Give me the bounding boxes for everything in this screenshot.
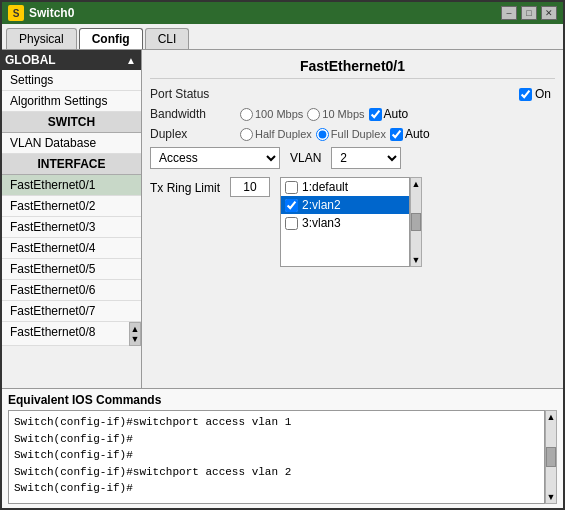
sidebar-item-settings[interactable]: Settings <box>2 70 141 91</box>
sidebar-item-fe07[interactable]: FastEthernet0/7 <box>2 301 141 322</box>
tab-physical[interactable]: Physical <box>6 28 77 49</box>
tab-config[interactable]: Config <box>79 28 143 49</box>
duplex-label: Duplex <box>150 127 240 141</box>
vlan-select[interactable]: 2 <box>331 147 401 169</box>
duplex-auto-group: Auto <box>390 127 430 141</box>
switch-header: SWITCH <box>2 112 141 133</box>
sidebar-scroll-up[interactable]: ▲ <box>124 55 138 66</box>
bandwidth-auto-checkbox[interactable] <box>369 108 382 121</box>
vlan-list-wrapper: 1:default 2:vlan2 3:vlan3 ▲ <box>280 177 422 267</box>
app-icon: S <box>8 5 24 21</box>
port-status-row: Port Status On <box>150 87 555 101</box>
ios-scrollbar[interactable]: ▲ ▼ <box>545 410 557 504</box>
tab-bar: Physical Config CLI <box>2 24 563 50</box>
sidebar-item-algorithm[interactable]: Algorithm Settings <box>2 91 141 112</box>
tx-input[interactable] <box>230 177 270 197</box>
sidebar-item-fe05[interactable]: FastEthernet0/5 <box>2 259 141 280</box>
port-status-on: On <box>535 87 551 101</box>
bandwidth-label: Bandwidth <box>150 107 240 121</box>
vlan-item-1[interactable]: 1:default <box>281 178 409 196</box>
interface-mode-row: Access VLAN 2 <box>150 147 555 169</box>
bandwidth-row: Bandwidth 100 Mbps 10 Mbps Auto <box>150 107 555 121</box>
sidebar-item-fe01[interactable]: FastEthernet0/1 <box>2 175 141 196</box>
minimize-button[interactable]: – <box>501 6 517 20</box>
tx-label: Tx Ring Limit <box>150 177 220 195</box>
vlan-list-scrollbar[interactable]: ▲ ▼ <box>410 177 422 267</box>
vlan-scrollbar-thumb <box>411 213 421 231</box>
vlan-item-2[interactable]: 2:vlan2 <box>281 196 409 214</box>
duplex-half-label: Half Duplex <box>240 128 312 141</box>
main-content: GLOBAL ▲ Settings Algorithm Settings SWI… <box>2 50 563 388</box>
close-button[interactable]: ✕ <box>541 6 557 20</box>
sidebar-item-fe04[interactable]: FastEthernet0/4 <box>2 238 141 259</box>
bandwidth-auto-group: Auto <box>369 107 409 121</box>
main-window: S Switch0 – □ ✕ Physical Config CLI GLOB… <box>0 0 565 510</box>
interface-mode-select[interactable]: Access <box>150 147 280 169</box>
ios-line-5: Switch(config-if)# <box>14 480 539 497</box>
vlan-1-checkbox[interactable] <box>285 181 298 194</box>
ios-scrollbar-thumb <box>546 447 556 467</box>
sidebar: GLOBAL ▲ Settings Algorithm Settings SWI… <box>2 50 142 388</box>
ios-section: Equivalent IOS Commands Switch(config-if… <box>2 388 563 508</box>
port-status-checkbox[interactable] <box>519 88 532 101</box>
panel-title: FastEthernet0/1 <box>150 58 555 79</box>
duplex-options: Half Duplex Full Duplex Auto <box>240 127 555 141</box>
title-controls: – □ ✕ <box>501 6 557 20</box>
vlan-list: 1:default 2:vlan2 3:vlan3 <box>280 177 410 267</box>
title-bar: S Switch0 – □ ✕ <box>2 2 563 24</box>
title-bar-left: S Switch0 <box>8 5 74 21</box>
bandwidth-10-radio[interactable] <box>307 108 320 121</box>
sidebar-item-fe03[interactable]: FastEthernet0/3 <box>2 217 141 238</box>
bandwidth-10-label: 10 Mbps <box>307 108 364 121</box>
duplex-auto-checkbox[interactable] <box>390 128 403 141</box>
vlan-item-3[interactable]: 3:vlan3 <box>281 214 409 232</box>
vlan-2-checkbox[interactable] <box>285 199 298 212</box>
maximize-button[interactable]: □ <box>521 6 537 20</box>
duplex-row: Duplex Half Duplex Full Duplex Auto <box>150 127 555 141</box>
ios-line-3: Switch(config-if)# <box>14 447 539 464</box>
ios-commands-container: Switch(config-if)#switchport access vlan… <box>8 410 557 504</box>
sidebar-item-fe08[interactable]: FastEthernet0/8 <box>2 322 129 346</box>
config-panel: FastEthernet0/1 Port Status On Bandwidth… <box>142 50 563 388</box>
bandwidth-options: 100 Mbps 10 Mbps Auto <box>240 107 555 121</box>
sidebar-item-fe02[interactable]: FastEthernet0/2 <box>2 196 141 217</box>
global-header: GLOBAL ▲ <box>2 50 141 70</box>
vlan-label: VLAN <box>290 151 321 165</box>
duplex-full-label: Full Duplex <box>316 128 386 141</box>
sidebar-item-fe06[interactable]: FastEthernet0/6 <box>2 280 141 301</box>
port-status-label: Port Status <box>150 87 240 101</box>
bandwidth-100-radio[interactable] <box>240 108 253 121</box>
sidebar-item-vlan-db[interactable]: VLAN Database <box>2 133 141 154</box>
duplex-half-radio[interactable] <box>240 128 253 141</box>
ios-commands[interactable]: Switch(config-if)#switchport access vlan… <box>8 410 545 504</box>
tx-row: Tx Ring Limit 1:default 2:vlan2 <box>150 177 555 267</box>
port-status-right: On <box>519 87 551 101</box>
vlan-3-checkbox[interactable] <box>285 217 298 230</box>
interface-header: INTERFACE <box>2 154 141 175</box>
window-title: Switch0 <box>29 6 74 20</box>
duplex-full-radio[interactable] <box>316 128 329 141</box>
ios-title: Equivalent IOS Commands <box>8 393 557 407</box>
sidebar-scrollbar[interactable]: ▲ ▼ <box>129 322 141 346</box>
tab-cli[interactable]: CLI <box>145 28 190 49</box>
ios-line-4: Switch(config-if)#switchport access vlan… <box>14 464 539 481</box>
bandwidth-100-label: 100 Mbps <box>240 108 303 121</box>
ios-line-1: Switch(config-if)#switchport access vlan… <box>14 414 539 431</box>
ios-line-2: Switch(config-if)# <box>14 431 539 448</box>
